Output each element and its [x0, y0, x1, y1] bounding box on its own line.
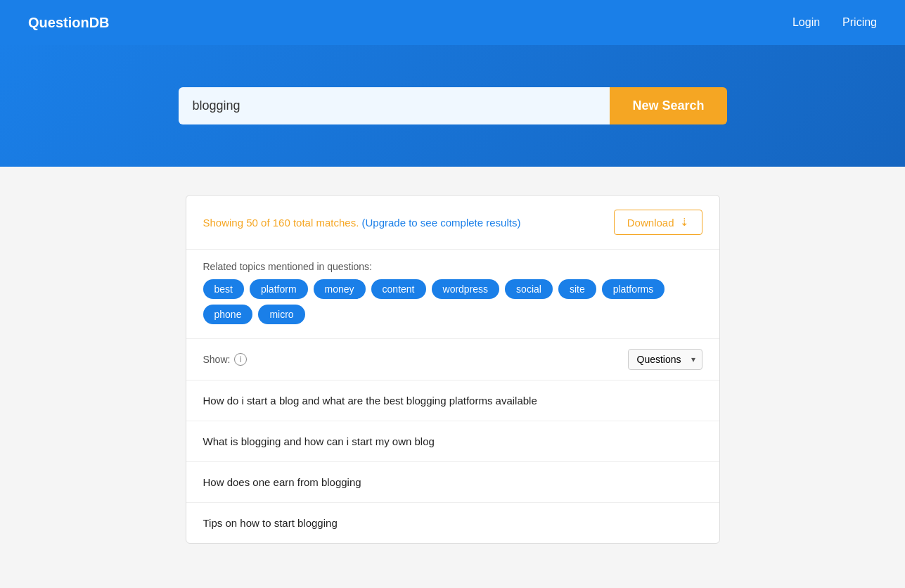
search-container: New Search: [179, 87, 727, 124]
info-icon: i: [234, 353, 247, 366]
new-search-button[interactable]: New Search: [610, 87, 726, 124]
filter-row: Show: i Questions Topics: [186, 339, 719, 381]
question-item[interactable]: Tips on how to start blogging: [186, 503, 719, 543]
question-item[interactable]: How does one earn from blogging: [186, 462, 719, 503]
navbar: QuestionDB Login Pricing: [0, 0, 905, 45]
show-select-wrapper: Questions Topics: [628, 349, 702, 370]
show-label-text: Show:: [203, 354, 231, 365]
show-label: Show: i: [203, 353, 248, 366]
question-item[interactable]: What is blogging and how can i start my …: [186, 421, 719, 462]
login-link[interactable]: Login: [792, 16, 820, 29]
search-input[interactable]: [179, 87, 610, 124]
pricing-link[interactable]: Pricing: [842, 16, 877, 29]
question-item[interactable]: How do i start a blog and what are the b…: [186, 381, 719, 421]
show-select[interactable]: Questions Topics: [628, 349, 702, 370]
download-icon: ⇣: [680, 216, 689, 229]
related-label: Related topics mentioned in questions:: [203, 261, 702, 272]
tag-micro[interactable]: micro: [258, 305, 304, 324]
upgrade-link[interactable]: (Upgrade to see complete results): [361, 217, 520, 229]
hero-section: New Search: [0, 45, 905, 167]
results-header: Showing 50 of 160 total matches. (Upgrad…: [186, 196, 719, 250]
main-content: Showing 50 of 160 total matches. (Upgrad…: [172, 195, 734, 544]
tag-wordpress[interactable]: wordpress: [432, 279, 500, 299]
download-label: Download: [627, 217, 674, 229]
tag-platform[interactable]: platform: [250, 279, 308, 299]
results-summary: Showing 50 of 160 total matches. (Upgrad…: [203, 217, 521, 229]
tag-social[interactable]: social: [505, 279, 553, 299]
download-button[interactable]: Download ⇣: [614, 210, 702, 235]
tag-content[interactable]: content: [371, 279, 426, 299]
tag-site[interactable]: site: [558, 279, 596, 299]
tags-container: best platform money content wordpress so…: [203, 279, 702, 324]
tag-money[interactable]: money: [314, 279, 366, 299]
related-section: Related topics mentioned in questions: b…: [186, 250, 719, 339]
nav-links: Login Pricing: [792, 16, 877, 29]
results-count-text: Showing 50 of 160 total matches.: [203, 217, 359, 229]
tag-best[interactable]: best: [203, 279, 244, 299]
brand-logo[interactable]: QuestionDB: [28, 15, 110, 31]
tag-phone[interactable]: phone: [203, 305, 253, 324]
results-card: Showing 50 of 160 total matches. (Upgrad…: [186, 195, 720, 544]
tag-platforms[interactable]: platforms: [602, 279, 665, 299]
